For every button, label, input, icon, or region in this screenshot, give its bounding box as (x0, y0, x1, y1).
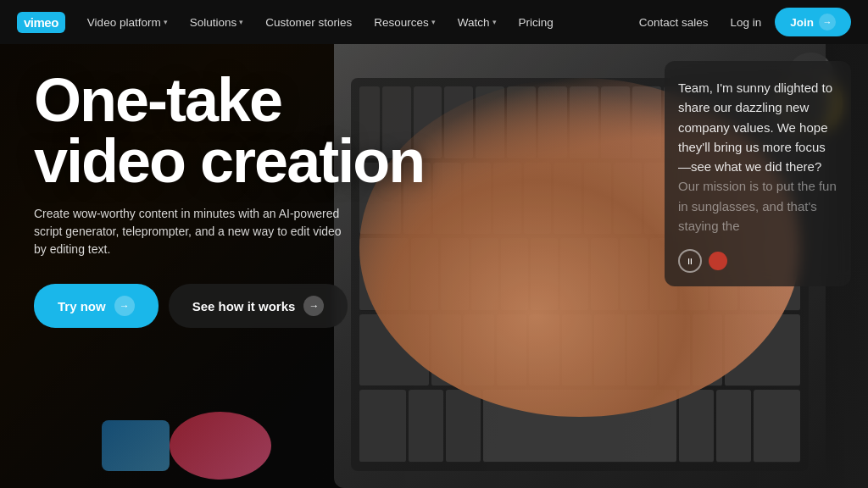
nav-pricing-label: Pricing (519, 16, 554, 29)
vimeo-logo[interactable]: vimeo (17, 12, 65, 33)
join-arrow-icon: → (819, 14, 836, 30)
hero-section: One-take video creation Create wow-worth… (0, 44, 868, 488)
nav-resources[interactable]: Resources ▾ (365, 11, 444, 34)
try-now-button[interactable]: Try now → (34, 284, 159, 328)
nav-watch-label: Watch (458, 16, 490, 29)
nav-video-platform-label: Video platform (87, 16, 161, 29)
join-button[interactable]: Join → (775, 8, 851, 36)
try-now-label: Try now (58, 299, 106, 313)
see-arrow-icon: → (303, 296, 324, 316)
nav-customer-stories[interactable]: Customer stories (257, 11, 360, 34)
video-testimonial-card: Team, I'm sunny dlighted to share our da… (665, 61, 851, 286)
video-card-faded-text: Our mission is to put the fun in sunglas… (678, 179, 837, 233)
nav-video-platform[interactable]: Video platform ▾ (79, 11, 176, 34)
chevron-down-icon: ▾ (431, 18, 436, 26)
desk-blue-item (102, 420, 170, 471)
navigation: vimeo Video platform ▾ Solutions ▾ Custo… (0, 0, 868, 44)
nav-solutions-label: Solutions (190, 16, 237, 29)
login-link[interactable]: Log in (721, 11, 770, 34)
nav-solutions[interactable]: Solutions ▾ (181, 11, 253, 34)
desk-pink-item (170, 412, 271, 480)
record-indicator[interactable] (709, 252, 727, 270)
pause-button[interactable]: ⏸ (678, 249, 702, 273)
hero-title: One-take video creation (34, 69, 441, 191)
contact-sales-link[interactable]: Contact sales (631, 11, 717, 34)
nav-pricing[interactable]: Pricing (510, 11, 562, 34)
pause-icon: ⏸ (686, 257, 694, 266)
try-arrow-icon: → (114, 296, 135, 316)
hero-content: One-take video creation Create wow-worth… (34, 69, 441, 328)
nav-customer-stories-label: Customer stories (265, 16, 352, 29)
video-card-text: Team, I'm sunny dlighted to share our da… (678, 78, 837, 236)
chevron-down-icon: ▾ (164, 18, 168, 26)
see-how-it-works-button[interactable]: See how it works → (169, 284, 348, 328)
nav-watch[interactable]: Watch ▾ (449, 11, 505, 34)
hero-subtitle: Create wow-worthy content in minutes wit… (34, 205, 356, 258)
chevron-down-icon: ▾ (492, 18, 497, 26)
hero-buttons: Try now → See how it works → (34, 284, 441, 328)
see-how-label: See how it works (192, 299, 296, 313)
video-controls: ⏸ (678, 249, 837, 273)
chevron-down-icon: ▾ (239, 18, 243, 26)
nav-resources-label: Resources (374, 16, 429, 29)
nav-right-actions: Contact sales Log in Join → (631, 8, 851, 36)
